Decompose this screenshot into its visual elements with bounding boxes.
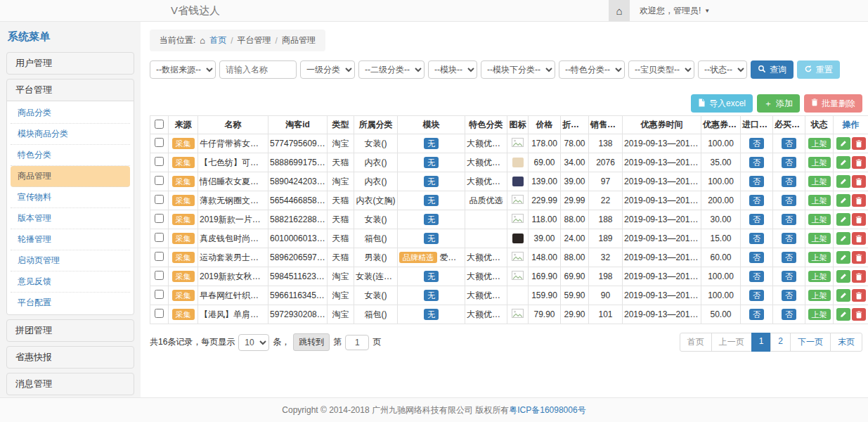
row-checkbox[interactable]: [155, 252, 164, 261]
status-badge[interactable]: 上架: [808, 138, 831, 149]
must-buy-toggle[interactable]: 否: [782, 195, 796, 206]
jump-to-button[interactable]: 跳转到: [293, 333, 330, 351]
sidebar-item-module-goods-category[interactable]: 模块商品分类: [11, 124, 130, 145]
page-button-下一页[interactable]: 下一页: [790, 333, 831, 352]
status-badge[interactable]: 上架: [808, 233, 831, 244]
row-checkbox[interactable]: [155, 309, 164, 318]
batch-delete-button[interactable]: 批量删除: [804, 94, 862, 113]
page-button-1[interactable]: 1: [751, 333, 772, 352]
status-badge[interactable]: 上架: [808, 290, 831, 301]
reset-button[interactable]: 重置: [797, 60, 840, 79]
sidebar-item-messages[interactable]: 消息管理: [7, 373, 134, 395]
edit-button[interactable]: [836, 270, 850, 283]
status-badge[interactable]: 上架: [808, 214, 831, 225]
must-buy-toggle[interactable]: 否: [782, 138, 796, 149]
edit-button[interactable]: [836, 308, 850, 321]
sidebar-item-version-management[interactable]: 版本管理: [11, 208, 130, 229]
page-button-首页[interactable]: 首页: [680, 333, 712, 352]
delete-button[interactable]: [852, 308, 866, 321]
sidebar-item-groupbuy[interactable]: 拼团管理: [7, 320, 134, 341]
import-pref-toggle[interactable]: 否: [749, 309, 764, 320]
sidebar-item-platform[interactable]: 平台管理: [7, 79, 134, 101]
row-checkbox[interactable]: [155, 271, 164, 280]
must-buy-toggle[interactable]: 否: [782, 309, 796, 320]
must-buy-toggle[interactable]: 否: [782, 214, 796, 225]
sidebar-item-users[interactable]: 用户管理: [7, 53, 134, 74]
status-badge[interactable]: 上架: [808, 157, 831, 168]
sidebar-item-goods-category[interactable]: 商品分类: [11, 103, 130, 124]
delete-button[interactable]: [852, 289, 866, 302]
sidebar-item-splash-page-management[interactable]: 启动页管理: [11, 250, 130, 271]
delete-button[interactable]: [852, 137, 866, 150]
module-subcategory-select[interactable]: --模块下分类--: [481, 60, 555, 79]
import-pref-toggle[interactable]: 否: [749, 271, 764, 282]
import-pref-toggle[interactable]: 否: [749, 233, 764, 244]
sidebar-item-carousel-management[interactable]: 轮播管理: [11, 229, 130, 250]
must-buy-toggle[interactable]: 否: [782, 157, 796, 168]
edit-button[interactable]: [836, 194, 850, 207]
item-type-select[interactable]: --宝贝类型--: [628, 60, 694, 79]
sidebar-item-feedback[interactable]: 意见反馈: [11, 271, 130, 293]
status-badge[interactable]: 上架: [808, 309, 831, 320]
import-pref-toggle[interactable]: 否: [749, 176, 764, 187]
sidebar-item-goods-management[interactable]: 商品管理: [11, 166, 130, 187]
must-buy-toggle[interactable]: 否: [782, 290, 796, 301]
import-pref-toggle[interactable]: 否: [749, 252, 764, 263]
feature-category-select[interactable]: --特色分类--: [559, 60, 625, 79]
edit-button[interactable]: [836, 251, 850, 264]
row-checkbox[interactable]: [155, 214, 164, 223]
status-badge[interactable]: 上架: [808, 252, 831, 263]
row-checkbox[interactable]: [155, 290, 164, 299]
welcome-text[interactable]: 欢迎您，管理员!: [640, 5, 701, 17]
per-page-select[interactable]: 10: [238, 334, 269, 351]
delete-button[interactable]: [852, 175, 866, 188]
select-all-checkbox[interactable]: [155, 120, 164, 129]
module-select[interactable]: --模块--: [428, 60, 477, 79]
data-source-select[interactable]: --数据来源--: [150, 60, 216, 79]
breadcrumb-home-link[interactable]: 首页: [209, 34, 226, 46]
import-pref-toggle[interactable]: 否: [749, 290, 764, 301]
delete-button[interactable]: [852, 156, 866, 169]
search-button[interactable]: 查询: [751, 60, 793, 79]
status-badge[interactable]: 上架: [808, 271, 831, 282]
must-buy-toggle[interactable]: 否: [782, 252, 796, 263]
page-number-input[interactable]: [345, 335, 369, 350]
delete-button[interactable]: [852, 194, 866, 207]
import-pref-toggle[interactable]: 否: [749, 214, 764, 225]
status-badge[interactable]: 上架: [808, 195, 831, 206]
import-excel-button[interactable]: 导入excel: [691, 94, 753, 113]
must-buy-toggle[interactable]: 否: [782, 176, 796, 187]
delete-button[interactable]: [852, 270, 866, 283]
goods-name-input[interactable]: [219, 60, 297, 79]
row-checkbox[interactable]: [155, 157, 164, 166]
sidebar-item-platform-config[interactable]: 平台配置: [11, 293, 130, 313]
status-select[interactable]: --状态--: [698, 60, 747, 79]
must-buy-toggle[interactable]: 否: [782, 233, 796, 244]
import-pref-toggle[interactable]: 否: [749, 157, 764, 168]
sidebar-item-feature-category[interactable]: 特色分类: [11, 145, 130, 166]
icp-link[interactable]: 粤ICP备16098006号: [509, 404, 585, 416]
page-button-末页[interactable]: 末页: [830, 333, 862, 352]
add-button[interactable]: ＋ 添加: [757, 94, 800, 113]
row-checkbox[interactable]: [155, 176, 164, 185]
delete-button[interactable]: [852, 232, 866, 245]
page-button-2[interactable]: 2: [770, 333, 791, 352]
sidebar-item-saving-news[interactable]: 省惠快报: [7, 347, 134, 368]
row-checkbox[interactable]: [155, 195, 164, 204]
edit-button[interactable]: [836, 232, 850, 245]
page-button-上一页[interactable]: 上一页: [711, 333, 752, 352]
status-badge[interactable]: 上架: [808, 176, 831, 187]
level1-category-select[interactable]: 一级分类: [300, 60, 355, 79]
edit-button[interactable]: [836, 137, 850, 150]
row-checkbox[interactable]: [155, 233, 164, 242]
edit-button[interactable]: [836, 289, 850, 302]
edit-button[interactable]: [836, 213, 850, 226]
row-checkbox[interactable]: [155, 138, 164, 147]
delete-button[interactable]: [852, 213, 866, 226]
import-pref-toggle[interactable]: 否: [749, 138, 764, 149]
sidebar-item-promo-materials[interactable]: 宣传物料: [11, 187, 130, 208]
home-button[interactable]: ⌂: [609, 0, 630, 21]
level2-category-select[interactable]: --二级分类--: [358, 60, 425, 79]
edit-button[interactable]: [836, 156, 850, 169]
must-buy-toggle[interactable]: 否: [782, 271, 796, 282]
